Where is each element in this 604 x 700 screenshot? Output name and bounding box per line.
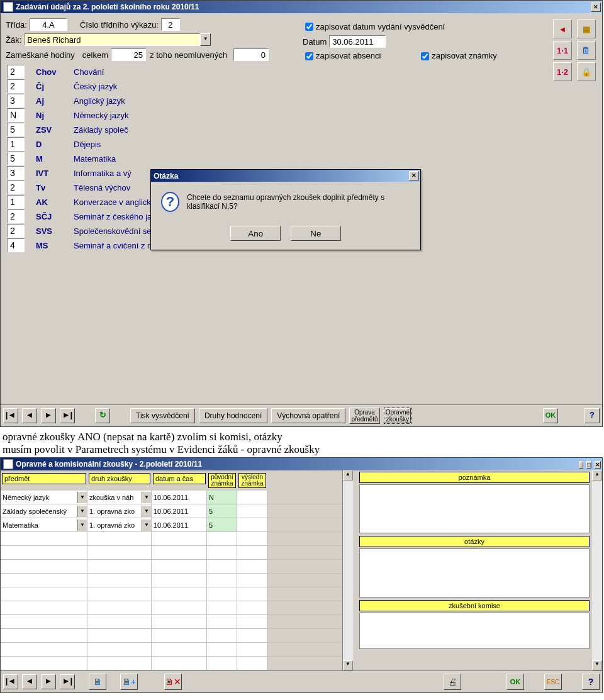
scroll-up-icon[interactable]: ▲ <box>592 470 602 481</box>
print-report-button[interactable]: Tisk vysvědčení <box>130 408 195 423</box>
chevron-down-icon[interactable]: ▼ <box>200 33 211 46</box>
delete-icon[interactable]: 🗎✕ <box>164 674 182 690</box>
yes-button[interactable]: Ano <box>230 226 281 241</box>
result-grade-cell[interactable] <box>237 518 267 531</box>
chevron-down-icon[interactable]: ▼ <box>142 519 151 531</box>
grade-input[interactable] <box>7 137 25 151</box>
grade-input[interactable] <box>7 181 25 194</box>
nav-prev-icon[interactable]: ◄ <box>22 408 37 423</box>
chevron-down-icon[interactable]: ▼ <box>77 492 87 503</box>
scrollbar-right[interactable]: ▲ ▼ <box>592 470 602 670</box>
date-cell[interactable]: 10.06.2011 <box>152 504 207 518</box>
grade-input[interactable] <box>7 224 25 238</box>
refresh-icon[interactable]: ↻ <box>95 408 110 423</box>
grade-input[interactable] <box>7 166 25 180</box>
print-icon[interactable]: 🖨 <box>444 674 461 690</box>
dialog-close-icon[interactable]: ✕ <box>409 171 419 181</box>
exam-type-combo[interactable]: zkouška v náh▼ <box>87 492 151 503</box>
chevron-down-icon[interactable]: ▼ <box>142 492 151 503</box>
chevron-down-icon[interactable]: ▼ <box>77 506 87 517</box>
nav-first-icon[interactable]: |◄ <box>3 408 18 423</box>
subject-code: D <box>36 140 74 149</box>
nav-prev-icon[interactable]: ◄ <box>22 674 37 689</box>
report-number-field[interactable] <box>161 18 180 31</box>
grade-input[interactable] <box>7 195 25 209</box>
titlebar: Zadávání údajů za 2. pololetí školního r… <box>1 1 602 13</box>
close-icon[interactable]: ✕ <box>591 3 601 12</box>
scroll-up-icon[interactable]: ▲ <box>343 470 353 481</box>
absence-label: Zameškané hodiny <box>6 50 75 60</box>
scroll-down-icon[interactable]: ▼ <box>592 660 602 670</box>
original-grade-cell: N <box>207 491 237 504</box>
result-grade-cell[interactable] <box>237 491 267 504</box>
grade-input[interactable] <box>7 152 25 165</box>
write-date-checkbox[interactable] <box>305 23 313 31</box>
ok-button[interactable]: OK <box>506 674 524 690</box>
grade-input[interactable] <box>7 65 25 79</box>
student-field[interactable] <box>24 33 200 46</box>
grade-types-button[interactable]: Druhy hodnocení <box>199 408 267 423</box>
subject-correction-button[interactable]: Oprava předmětů <box>349 408 379 424</box>
questions-area[interactable] <box>359 548 590 597</box>
scroll-down-icon[interactable]: ▼ <box>343 660 353 670</box>
mode-12-button[interactable]: 1·2 <box>553 62 572 81</box>
nav-next-icon[interactable]: ► <box>41 408 56 423</box>
grade-input[interactable] <box>7 209 25 223</box>
app-icon <box>3 459 13 469</box>
tool-a-icon[interactable]: 🗎 <box>89 674 106 690</box>
absence-total-field[interactable] <box>111 48 146 61</box>
window-title: Zadávání údajů za 2. pololetí školního r… <box>16 3 199 11</box>
chevron-down-icon[interactable]: ▼ <box>142 506 151 517</box>
educational-measures-button[interactable]: Výchovná opatření <box>271 408 345 423</box>
nav-next-icon[interactable]: ► <box>41 674 56 689</box>
date-cell[interactable]: 10.06.2011 <box>152 491 207 504</box>
help-button[interactable]: ? <box>582 674 600 690</box>
add-icon[interactable]: 🗎+ <box>120 674 138 690</box>
grade-input[interactable] <box>7 238 25 252</box>
nav-last-icon[interactable]: ►| <box>60 408 75 423</box>
subject-combo[interactable]: Matematika▼ <box>1 519 87 531</box>
exam-type-combo[interactable]: 1. opravná zko▼ <box>87 519 151 531</box>
nav-first-icon[interactable]: |◄ <box>3 674 18 689</box>
no-button[interactable]: Ne <box>291 226 341 241</box>
tool-calendar-icon[interactable]: 🗓 <box>577 41 596 60</box>
grade-input[interactable] <box>7 123 25 136</box>
date-field[interactable] <box>329 35 386 48</box>
close-icon[interactable]: ✕ <box>595 461 601 469</box>
date-cell[interactable]: 10.06.2011 <box>152 518 207 531</box>
correction-exams-button[interactable]: Opravné zkoušky <box>384 408 411 424</box>
table-row: Německý jazyk▼ zkouška v náh▼ 10.06.2011… <box>1 491 342 504</box>
minimize-icon[interactable]: _ <box>579 461 583 469</box>
help-button[interactable]: ? <box>584 408 600 423</box>
header-original-grade: původní známka <box>208 473 236 488</box>
write-absence-checkbox[interactable] <box>305 52 313 60</box>
write-absence-label: zapisovat absenci <box>316 51 381 60</box>
mode-11-button[interactable]: 1·1 <box>553 41 572 60</box>
note-area[interactable] <box>359 484 590 533</box>
tool-left-icon[interactable]: ◄ <box>553 19 572 38</box>
chevron-down-icon[interactable]: ▼ <box>77 519 87 531</box>
esc-button[interactable]: ESC <box>544 674 562 690</box>
titlebar-2: Opravné a komisionální zkoušky - 2.polol… <box>1 458 602 470</box>
subject-code: Tv <box>36 183 74 192</box>
class-field[interactable] <box>30 18 67 31</box>
subject-code: IVT <box>36 169 74 178</box>
subject-combo[interactable]: Základy společenský▼ <box>1 506 87 517</box>
absence-unexcused-field[interactable] <box>233 48 269 61</box>
grade-input[interactable] <box>7 108 25 122</box>
exam-type-combo[interactable]: 1. opravná zko▼ <box>87 506 151 517</box>
lock-icon[interactable]: 🔒 <box>577 62 596 81</box>
student-dropdown[interactable]: ▼ <box>24 33 211 46</box>
grade-input[interactable] <box>7 94 25 108</box>
subject-combo[interactable]: Německý jazyk▼ <box>1 492 87 503</box>
result-grade-cell[interactable] <box>237 504 267 518</box>
tool-grid-icon[interactable]: ▦ <box>577 19 596 38</box>
nav-last-icon[interactable]: ►| <box>60 674 75 689</box>
ok-button[interactable]: OK <box>543 408 558 423</box>
commission-area[interactable] <box>359 613 590 649</box>
subject-row: ZSVZáklady společ <box>3 123 600 136</box>
grade-input[interactable] <box>7 79 25 93</box>
write-grades-checkbox[interactable] <box>421 52 429 60</box>
scrollbar[interactable]: ▲ ▼ <box>343 470 353 670</box>
maximize-icon[interactable]: □ <box>586 461 591 469</box>
